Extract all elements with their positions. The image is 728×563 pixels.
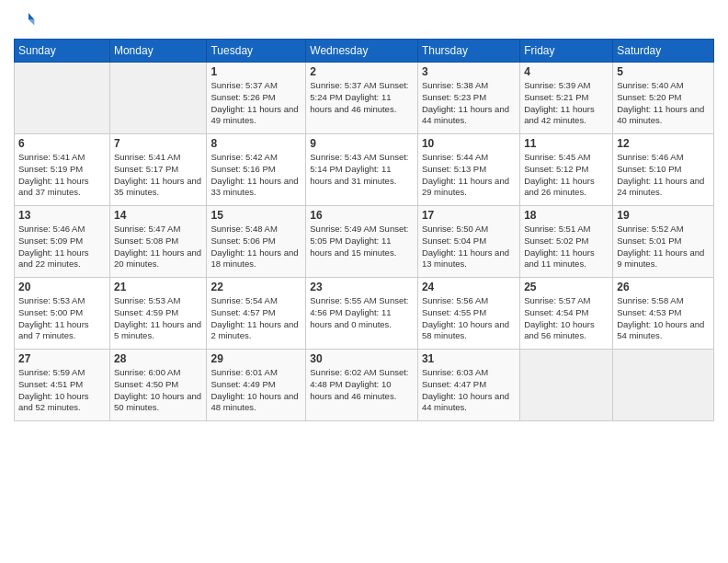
week-row-1: 1Sunrise: 5:37 AM Sunset: 5:26 PM Daylig… xyxy=(15,63,714,134)
day-info: Sunrise: 5:48 AM Sunset: 5:06 PM Dayligh… xyxy=(210,224,301,270)
day-info: Sunrise: 5:56 AM Sunset: 4:55 PM Dayligh… xyxy=(422,295,516,342)
day-number: 12 xyxy=(617,137,710,150)
day-cell: 3Sunrise: 5:38 AM Sunset: 5:23 PM Daylig… xyxy=(417,63,519,134)
day-header-sunday: Sunday xyxy=(15,40,110,63)
day-info: Sunrise: 5:41 AM Sunset: 5:19 PM Dayligh… xyxy=(18,152,106,199)
day-header-saturday: Saturday xyxy=(613,40,714,63)
day-number: 30 xyxy=(310,352,414,365)
day-header-tuesday: Tuesday xyxy=(207,40,306,63)
day-cell: 19Sunrise: 5:52 AM Sunset: 5:01 PM Dayli… xyxy=(613,206,714,278)
day-number: 10 xyxy=(422,137,516,150)
day-info: Sunrise: 6:00 AM Sunset: 4:50 PM Dayligh… xyxy=(114,367,203,414)
day-number: 20 xyxy=(18,281,106,293)
day-number: 26 xyxy=(617,281,710,293)
day-number: 23 xyxy=(310,281,414,293)
day-cell: 31Sunrise: 6:03 AM Sunset: 4:47 PM Dayli… xyxy=(417,350,519,421)
day-cell: 24Sunrise: 5:56 AM Sunset: 4:55 PM Dayli… xyxy=(417,278,519,350)
day-number: 22 xyxy=(210,281,301,293)
day-info: Sunrise: 5:40 AM Sunset: 5:20 PM Dayligh… xyxy=(617,80,710,127)
day-header-thursday: Thursday xyxy=(417,40,519,63)
day-cell: 26Sunrise: 5:58 AM Sunset: 4:53 PM Dayli… xyxy=(613,278,714,350)
day-cell: 6Sunrise: 5:41 AM Sunset: 5:19 PM Daylig… xyxy=(15,134,110,206)
day-cell: 1Sunrise: 5:37 AM Sunset: 5:26 PM Daylig… xyxy=(207,63,306,134)
day-cell: 15Sunrise: 5:48 AM Sunset: 5:06 PM Dayli… xyxy=(207,206,306,278)
calendar-header: SundayMondayTuesdayWednesdayThursdayFrid… xyxy=(15,40,714,63)
day-info: Sunrise: 5:54 AM Sunset: 4:57 PM Dayligh… xyxy=(210,295,301,342)
day-number: 29 xyxy=(210,352,301,365)
day-cell: 8Sunrise: 5:42 AM Sunset: 5:16 PM Daylig… xyxy=(207,134,306,206)
day-number: 1 xyxy=(210,65,301,78)
day-number: 17 xyxy=(422,209,516,222)
day-number: 8 xyxy=(210,137,301,150)
day-number: 16 xyxy=(310,209,414,222)
day-info: Sunrise: 5:53 AM Sunset: 4:59 PM Dayligh… xyxy=(114,295,203,342)
day-cell: 5Sunrise: 5:40 AM Sunset: 5:20 PM Daylig… xyxy=(613,63,714,134)
day-number: 6 xyxy=(18,137,106,150)
day-cell xyxy=(109,63,207,134)
day-cell: 28Sunrise: 6:00 AM Sunset: 4:50 PM Dayli… xyxy=(109,350,207,421)
day-info: Sunrise: 5:43 AM Sunset: 5:14 PM Dayligh… xyxy=(310,152,414,187)
day-number: 2 xyxy=(310,65,414,78)
day-number: 5 xyxy=(617,65,710,78)
day-number: 18 xyxy=(524,209,609,222)
day-info: Sunrise: 5:50 AM Sunset: 5:04 PM Dayligh… xyxy=(422,224,516,270)
day-cell: 23Sunrise: 5:55 AM Sunset: 4:56 PM Dayli… xyxy=(306,278,418,350)
day-number: 13 xyxy=(18,209,106,222)
logo-icon xyxy=(14,9,36,31)
day-info: Sunrise: 5:46 AM Sunset: 5:10 PM Dayligh… xyxy=(617,152,710,199)
day-number: 9 xyxy=(310,137,414,150)
day-info: Sunrise: 5:49 AM Sunset: 5:05 PM Dayligh… xyxy=(310,224,414,259)
day-info: Sunrise: 5:42 AM Sunset: 5:16 PM Dayligh… xyxy=(210,152,301,199)
day-number: 7 xyxy=(114,137,203,150)
day-cell: 17Sunrise: 5:50 AM Sunset: 5:04 PM Dayli… xyxy=(417,206,519,278)
day-info: Sunrise: 6:03 AM Sunset: 4:47 PM Dayligh… xyxy=(422,367,516,414)
day-number: 31 xyxy=(422,352,516,365)
day-cell: 27Sunrise: 5:59 AM Sunset: 4:51 PM Dayli… xyxy=(15,350,110,421)
day-cell: 11Sunrise: 5:45 AM Sunset: 5:12 PM Dayli… xyxy=(520,134,613,206)
day-info: Sunrise: 5:55 AM Sunset: 4:56 PM Dayligh… xyxy=(310,295,414,330)
calendar-body: 1Sunrise: 5:37 AM Sunset: 5:26 PM Daylig… xyxy=(15,63,714,421)
week-row-3: 13Sunrise: 5:46 AM Sunset: 5:09 PM Dayli… xyxy=(15,206,714,278)
day-cell: 25Sunrise: 5:57 AM Sunset: 4:54 PM Dayli… xyxy=(520,278,613,350)
day-info: Sunrise: 6:01 AM Sunset: 4:49 PM Dayligh… xyxy=(210,367,301,414)
day-cell: 16Sunrise: 5:49 AM Sunset: 5:05 PM Dayli… xyxy=(306,206,418,278)
day-info: Sunrise: 5:41 AM Sunset: 5:17 PM Dayligh… xyxy=(114,152,203,199)
day-cell: 22Sunrise: 5:54 AM Sunset: 4:57 PM Dayli… xyxy=(207,278,306,350)
day-cell: 21Sunrise: 5:53 AM Sunset: 4:59 PM Dayli… xyxy=(109,278,207,350)
day-cell xyxy=(520,350,613,421)
day-cell: 18Sunrise: 5:51 AM Sunset: 5:02 PM Dayli… xyxy=(520,206,613,278)
day-cell: 30Sunrise: 6:02 AM Sunset: 4:48 PM Dayli… xyxy=(306,350,418,421)
day-cell: 9Sunrise: 5:43 AM Sunset: 5:14 PM Daylig… xyxy=(306,134,418,206)
day-info: Sunrise: 6:02 AM Sunset: 4:48 PM Dayligh… xyxy=(310,367,414,402)
day-info: Sunrise: 5:44 AM Sunset: 5:13 PM Dayligh… xyxy=(422,152,516,199)
day-info: Sunrise: 5:39 AM Sunset: 5:21 PM Dayligh… xyxy=(524,80,609,127)
week-row-4: 20Sunrise: 5:53 AM Sunset: 5:00 PM Dayli… xyxy=(15,278,714,350)
day-number: 21 xyxy=(114,281,203,293)
day-number: 28 xyxy=(114,352,203,365)
day-cell: 20Sunrise: 5:53 AM Sunset: 5:00 PM Dayli… xyxy=(15,278,110,350)
day-cell: 7Sunrise: 5:41 AM Sunset: 5:17 PM Daylig… xyxy=(109,134,207,206)
logo xyxy=(14,9,40,31)
day-cell: 4Sunrise: 5:39 AM Sunset: 5:21 PM Daylig… xyxy=(520,63,613,134)
calendar-table: SundayMondayTuesdayWednesdayThursdayFrid… xyxy=(14,39,714,421)
svg-marker-1 xyxy=(28,19,34,25)
day-info: Sunrise: 5:53 AM Sunset: 5:00 PM Dayligh… xyxy=(18,295,106,342)
day-info: Sunrise: 5:51 AM Sunset: 5:02 PM Dayligh… xyxy=(524,224,609,270)
day-number: 11 xyxy=(524,137,609,150)
day-info: Sunrise: 5:45 AM Sunset: 5:12 PM Dayligh… xyxy=(524,152,609,199)
header xyxy=(14,9,714,31)
day-info: Sunrise: 5:37 AM Sunset: 5:24 PM Dayligh… xyxy=(310,80,414,115)
day-info: Sunrise: 5:57 AM Sunset: 4:54 PM Dayligh… xyxy=(524,295,609,342)
day-info: Sunrise: 5:58 AM Sunset: 4:53 PM Dayligh… xyxy=(617,295,710,342)
day-cell xyxy=(15,63,110,134)
day-info: Sunrise: 5:38 AM Sunset: 5:23 PM Dayligh… xyxy=(422,80,516,127)
day-cell: 29Sunrise: 6:01 AM Sunset: 4:49 PM Dayli… xyxy=(207,350,306,421)
day-cell: 12Sunrise: 5:46 AM Sunset: 5:10 PM Dayli… xyxy=(613,134,714,206)
day-cell xyxy=(613,350,714,421)
day-cell: 14Sunrise: 5:47 AM Sunset: 5:08 PM Dayli… xyxy=(109,206,207,278)
week-row-5: 27Sunrise: 5:59 AM Sunset: 4:51 PM Dayli… xyxy=(15,350,714,421)
days-of-week-row: SundayMondayTuesdayWednesdayThursdayFrid… xyxy=(15,40,714,63)
day-info: Sunrise: 5:37 AM Sunset: 5:26 PM Dayligh… xyxy=(210,80,301,127)
day-info: Sunrise: 5:52 AM Sunset: 5:01 PM Dayligh… xyxy=(617,224,710,270)
day-number: 25 xyxy=(524,281,609,293)
